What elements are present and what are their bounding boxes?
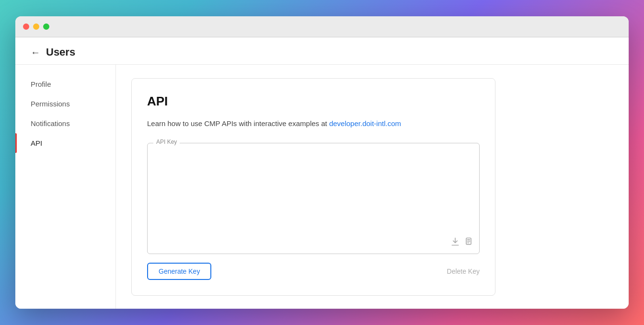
sidebar-item-profile[interactable]: Profile <box>15 74 115 94</box>
traffic-lights <box>23 23 49 30</box>
content-panel: API Learn how to use CMP APIs with inter… <box>116 65 629 309</box>
content-heading: API <box>147 94 480 109</box>
sidebar-item-label-notifications: Notifications <box>31 119 70 128</box>
download-icon[interactable] <box>450 237 460 249</box>
back-button[interactable]: ← <box>31 47 40 57</box>
file-icon[interactable] <box>464 237 473 249</box>
description-prefix: Learn how to use CMP APIs with interacti… <box>147 119 329 128</box>
sidebar-item-label-permissions: Permissions <box>31 100 70 108</box>
description-text: Learn how to use CMP APIs with interacti… <box>147 118 480 129</box>
close-button[interactable] <box>23 23 29 30</box>
developer-link[interactable]: developer.doit-intl.com <box>329 119 401 128</box>
content-card: API Learn how to use CMP APIs with inter… <box>131 78 495 296</box>
sidebar-item-notifications[interactable]: Notifications <box>15 114 115 133</box>
window-content: ← Users Profile Permissions Notification… <box>15 37 629 309</box>
titlebar <box>15 16 629 37</box>
sidebar: Profile Permissions Notifications API <box>15 65 116 309</box>
page-header: ← Users <box>15 37 629 65</box>
sidebar-item-permissions[interactable]: Permissions <box>15 94 115 114</box>
footer-actions: Generate Key Delete Key <box>147 263 480 280</box>
app-window: ← Users Profile Permissions Notification… <box>15 16 629 309</box>
page-title: Users <box>46 46 75 58</box>
maximize-button[interactable] <box>43 23 49 30</box>
sidebar-item-label-api: API <box>31 139 42 147</box>
minimize-button[interactable] <box>33 23 39 30</box>
delete-key-button[interactable]: Delete Key <box>447 267 480 275</box>
api-key-label: API Key <box>153 139 180 145</box>
sidebar-item-api[interactable]: API <box>15 133 115 153</box>
api-key-textarea[interactable] <box>153 149 473 231</box>
sidebar-item-label-profile: Profile <box>31 80 51 88</box>
api-key-actions <box>450 237 473 249</box>
main-area: Profile Permissions Notifications API AP… <box>15 65 629 309</box>
api-key-container: API Key <box>147 143 480 254</box>
generate-key-button[interactable]: Generate Key <box>147 263 211 280</box>
